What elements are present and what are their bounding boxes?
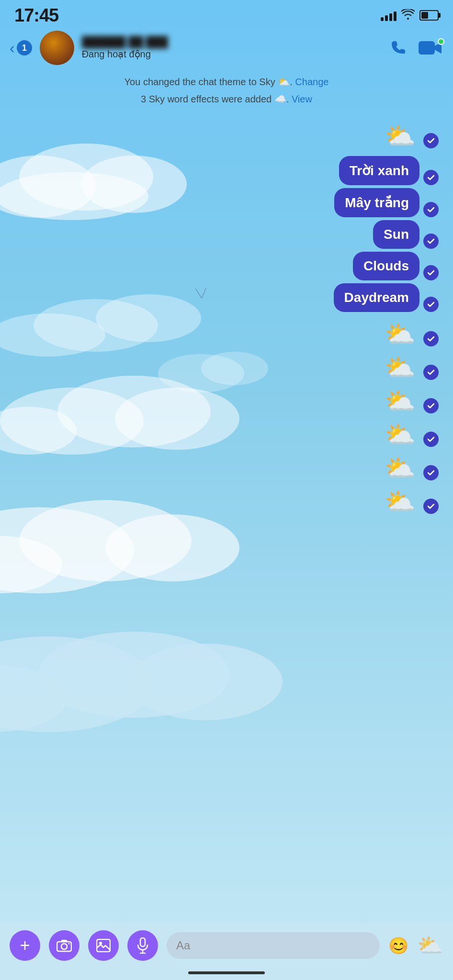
svg-rect-25 — [61, 940, 67, 942]
call-button[interactable] — [390, 38, 407, 57]
bubble-2[interactable]: Mây trắng — [334, 188, 419, 217]
emoji-message-4[interactable]: ⛅ — [385, 389, 416, 413]
message-row-5: Daydream — [10, 283, 443, 312]
signal-bars — [381, 10, 396, 21]
message-row-emoji-1: ⛅ — [10, 123, 443, 148]
avatar-image — [40, 31, 74, 65]
signal-bar-1 — [381, 17, 384, 21]
message-row-1: Trời xanh — [10, 156, 443, 185]
bubble-5[interactable]: Daydream — [334, 283, 419, 312]
emoji-message-2[interactable]: ⛅ — [385, 322, 416, 346]
signal-bar-4 — [394, 11, 396, 21]
contact-name: ██████ ██ ███ — [82, 36, 382, 48]
status-time: 17:45 — [14, 5, 58, 26]
avatar[interactable] — [40, 31, 74, 65]
video-call-button[interactable] — [419, 39, 443, 56]
status-icons — [381, 8, 439, 23]
read-receipt-emoji-5 — [423, 432, 439, 447]
nav-actions — [390, 38, 443, 57]
back-button[interactable]: ‹ 1 — [10, 40, 32, 56]
emoji-picker-button[interactable]: 😊 — [388, 936, 408, 955]
message-row-3: Sun — [10, 220, 443, 249]
read-receipt-bubble-5 — [423, 297, 439, 312]
messages-area: ⛅ Trời xanh Mây trắng Sun Clouds Daydrea… — [0, 123, 453, 514]
read-receipt-emoji-7 — [423, 499, 439, 514]
plus-button[interactable]: + — [10, 930, 40, 961]
view-effects-link[interactable]: View — [292, 94, 312, 104]
read-receipt-emoji-4 — [423, 398, 439, 413]
battery-fill — [421, 12, 428, 19]
read-receipt-bubble-3 — [423, 234, 439, 249]
svg-rect-22 — [419, 41, 435, 55]
camera-button[interactable] — [49, 930, 79, 961]
read-receipt-1 — [423, 133, 439, 148]
plus-icon: + — [20, 935, 30, 956]
read-receipt-emoji-6 — [423, 465, 439, 480]
message-row-4: Clouds — [10, 252, 443, 280]
message-input[interactable]: Aa — [167, 932, 380, 959]
message-row-emoji-7: ⛅ — [10, 489, 443, 514]
svg-point-26 — [68, 943, 70, 945]
bubble-1[interactable]: Trời xanh — [339, 156, 419, 185]
svg-rect-29 — [140, 938, 145, 947]
wifi-icon — [401, 8, 415, 23]
message-row-emoji-4: ⛅ — [10, 389, 443, 413]
emoji-message-7[interactable]: ⛅ — [385, 489, 416, 514]
word-effects-message: 3 Sky word effects were added ☁️. View — [19, 92, 434, 106]
gallery-button[interactable] — [88, 930, 119, 961]
battery-icon — [419, 10, 439, 21]
read-receipt-emoji-2 — [423, 331, 439, 346]
microphone-button[interactable] — [127, 930, 158, 961]
trailing-emoji: ⛅ — [417, 933, 443, 958]
status-bar: 17:45 — [0, 0, 453, 29]
toolbar-row: + — [10, 930, 443, 961]
input-placeholder: Aa — [176, 939, 190, 952]
read-receipt-bubble-1 — [423, 170, 439, 185]
message-row-2: Mây trắng — [10, 188, 443, 217]
system-messages: You changed the chat theme to Sky ⛅. Cha… — [0, 67, 453, 114]
bubble-3[interactable]: Sun — [373, 220, 419, 249]
active-dot — [438, 38, 444, 45]
contact-info: ██████ ██ ███ Đang hoạt động — [82, 36, 382, 60]
change-theme-link[interactable]: Change — [295, 77, 328, 87]
read-receipt-emoji-3 — [423, 365, 439, 380]
read-receipt-bubble-2 — [423, 202, 439, 217]
emoji-message-6[interactable]: ⛅ — [385, 456, 416, 480]
message-row-emoji-6: ⛅ — [10, 456, 443, 480]
unread-badge: 1 — [17, 40, 32, 56]
theme-change-message: You changed the chat theme to Sky ⛅. Cha… — [19, 75, 434, 89]
nav-bar: ‹ 1 ██████ ██ ███ Đang hoạt động — [0, 29, 453, 67]
message-row-emoji-5: ⛅ — [10, 422, 443, 447]
message-row-emoji-3: ⛅ — [10, 355, 443, 380]
emoji-message-5[interactable]: ⛅ — [385, 422, 416, 447]
svg-point-24 — [61, 944, 67, 949]
message-row-emoji-2: ⛅ — [10, 322, 443, 346]
signal-bar-3 — [389, 13, 392, 21]
emoji-message-1[interactable]: ⛅ — [385, 123, 416, 148]
bubble-4[interactable]: Clouds — [353, 252, 419, 280]
signal-bar-2 — [385, 15, 388, 21]
contact-status: Đang hoạt động — [82, 48, 382, 60]
back-chevron-icon: ‹ — [10, 40, 15, 56]
home-indicator — [188, 971, 265, 974]
read-receipt-bubble-4 — [423, 265, 439, 280]
emoji-message-3[interactable]: ⛅ — [385, 355, 416, 380]
